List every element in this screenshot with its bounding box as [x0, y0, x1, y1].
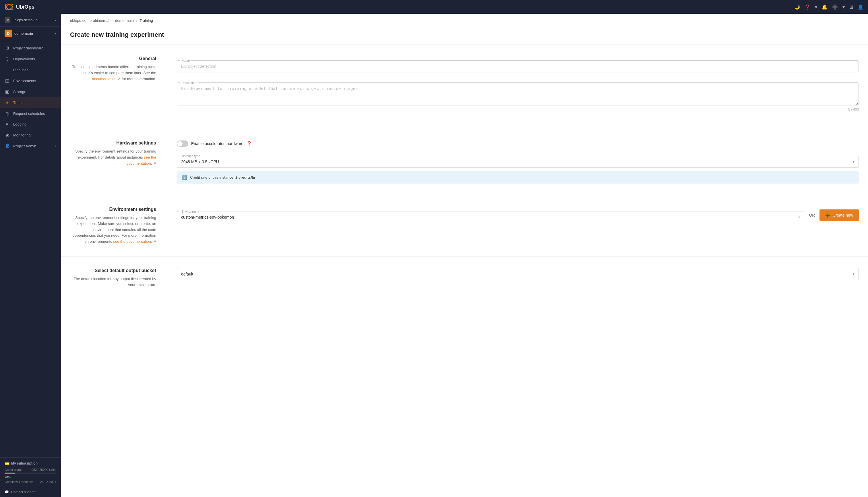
- project-admin-icon: 👤: [4, 143, 10, 148]
- dashboard-icon: ⊞: [4, 45, 10, 51]
- org-chevron: ▾: [55, 32, 56, 35]
- pipelines-icon: ⋯: [4, 67, 10, 72]
- sidebar-item-deployments[interactable]: ⬡ Deployments: [0, 54, 61, 65]
- sidebar-item-environments[interactable]: ◫ Environments: [0, 75, 61, 86]
- environment-select-wrap: Environment custom-metrics-env-pokemon ▾: [177, 207, 804, 223]
- sidebar-item-pipelines[interactable]: ⋯ Pipelines: [0, 65, 61, 75]
- logo-icon: [4, 2, 14, 12]
- credit-usage-value: 4952 / 25000 Units: [30, 468, 56, 471]
- sidebar-item-label: Logging: [13, 122, 56, 126]
- subscription-title: 💳 My subscription: [4, 461, 56, 466]
- subscription-icon: 💳: [4, 461, 10, 466]
- contact-label: Contact support: [11, 490, 35, 494]
- main-content: ubiops-demo-ubinternal › demo-main › Tra…: [61, 14, 868, 497]
- grid-icon[interactable]: ⊞: [849, 4, 853, 10]
- general-title: General: [70, 56, 156, 61]
- contact-support[interactable]: 💬 Contact support: [0, 487, 61, 497]
- or-label: OR: [809, 213, 815, 217]
- bucket-select-wrap: default ▾: [177, 268, 859, 280]
- sidebar-item-storage[interactable]: ▣ Storage: [0, 86, 61, 97]
- project-selector-label: ubiops-demo-ubi...: [13, 18, 53, 22]
- env-select-chevron: ▾: [798, 215, 800, 219]
- bucket-value: default: [181, 272, 193, 276]
- sidebar-item-chevron: ›: [55, 144, 56, 148]
- sidebar-item-label: Project dashboard: [13, 46, 56, 50]
- description-field-group: Description 0 / 400: [177, 78, 859, 112]
- project-selector[interactable]: ⊞ ubiops-demo-ubi... ▾: [0, 14, 61, 27]
- output-bucket-section: Select default output bucket The default…: [61, 257, 868, 300]
- instance-type-select[interactable]: 2048 MB + 0.5 vCPU ▾: [177, 156, 859, 168]
- environment-select[interactable]: custom-metrics-env-pokemon ▾: [177, 211, 804, 223]
- logo: UbiOps: [4, 2, 34, 12]
- help-icon[interactable]: ❓: [805, 4, 810, 10]
- name-input[interactable]: [177, 60, 859, 72]
- toggle-label: Enable accelerated hardware: [191, 141, 244, 146]
- logging-icon: ≡: [4, 122, 10, 127]
- plus-icon[interactable]: ➕: [832, 4, 838, 10]
- help-chevron-icon[interactable]: ▾: [815, 4, 817, 10]
- sidebar-item-monitoring[interactable]: ◉ Monitoring: [0, 130, 61, 141]
- bucket-select-chevron: ▾: [853, 272, 854, 276]
- sidebar: ⊞ ubiops-demo-ubi... ▾ D demo-main ▾ ⊞ P…: [0, 14, 61, 497]
- accelerated-hardware-toggle[interactable]: [177, 141, 188, 147]
- environment-value: custom-metrics-env-pokemon: [181, 215, 234, 219]
- instance-select-chevron: ▾: [853, 160, 854, 164]
- sidebar-nav: ⊞ Project dashboard ⬡ Deployments ⋯ Pipe…: [0, 40, 61, 457]
- credit-info-text: Credit rate of this instance: 2 credits/…: [190, 175, 255, 180]
- breadcrumb-current: Training: [139, 18, 153, 23]
- logo-text: UbiOps: [16, 4, 34, 10]
- sidebar-item-label: Project Admin: [13, 144, 52, 148]
- form-body: General Training experiments bundle diff…: [61, 44, 868, 300]
- user-icon[interactable]: 👤: [858, 4, 864, 10]
- general-section-left: General Training experiments bundle diff…: [70, 56, 167, 117]
- plus-chevron-icon[interactable]: ▾: [842, 4, 845, 10]
- help-circle-icon[interactable]: ❓: [246, 141, 252, 146]
- environments-icon: ◫: [4, 78, 10, 83]
- general-section: General Training experiments bundle diff…: [61, 44, 868, 129]
- bucket-select[interactable]: default ▾: [177, 268, 859, 280]
- org-avatar: D: [4, 30, 12, 37]
- general-desc: Training experiments bundle different tr…: [70, 64, 156, 82]
- org-selector[interactable]: D demo-main ▾: [0, 27, 61, 40]
- breadcrumb-project[interactable]: demo-main: [115, 18, 134, 23]
- contact-icon: 💬: [4, 490, 9, 494]
- create-new-label: Create new: [833, 213, 853, 217]
- toggle-knob: [177, 141, 182, 146]
- name-label: Name: [180, 59, 191, 62]
- create-new-environment-button[interactable]: ➕ Create new: [820, 210, 859, 221]
- sidebar-item-label: Pipelines: [13, 68, 56, 72]
- environment-section: Environment settings Specify the environ…: [61, 195, 868, 257]
- sidebar-item-logging[interactable]: ≡ Logging: [0, 119, 61, 130]
- breadcrumb-org[interactable]: ubiops-demo-ubinternal: [70, 18, 109, 23]
- project-selector-chevron: ▾: [55, 19, 56, 22]
- credit-info-value: 2 credits/hr: [235, 175, 255, 180]
- sidebar-item-label: Monitoring: [13, 133, 56, 137]
- environment-section-left: Environment settings Specify the environ…: [70, 207, 167, 245]
- instance-type-label: Instance type: [180, 154, 201, 158]
- description-textarea[interactable]: [177, 83, 859, 105]
- breadcrumb-sep1: ›: [112, 18, 113, 23]
- hardware-section: Hardware settings Specify the environmen…: [61, 129, 868, 195]
- monitoring-icon: ◉: [4, 132, 10, 138]
- environment-label: Environment: [180, 210, 200, 213]
- sidebar-item-label: Storage: [13, 90, 56, 94]
- sidebar-item-label: Deployments: [13, 57, 56, 61]
- credit-reset: Credits will reset on: 23-03-2024: [4, 480, 56, 483]
- credit-usage-row: Credit usage 4952 / 25000 Units: [4, 468, 56, 471]
- sidebar-item-request-schedules[interactable]: ◷ Request schedules: [0, 108, 61, 119]
- sidebar-item-project-dashboard[interactable]: ⊞ Project dashboard: [0, 43, 61, 54]
- credit-percent: 20%: [4, 475, 56, 479]
- sidebar-item-project-admin[interactable]: 👤 Project Admin ›: [0, 141, 61, 152]
- credit-bar: [4, 472, 56, 474]
- description-label: Description: [180, 81, 198, 84]
- notification-icon[interactable]: 🔔: [822, 4, 827, 10]
- output-bucket-section-left: Select default output bucket The default…: [70, 268, 167, 288]
- deployments-icon: ⬡: [4, 56, 10, 61]
- general-section-right: Name Description 0 / 400: [177, 56, 859, 117]
- sidebar-item-training[interactable]: ◈ Training: [0, 97, 61, 108]
- moon-icon[interactable]: 🌙: [794, 4, 800, 10]
- general-docs-link[interactable]: documentation ↗: [92, 77, 121, 81]
- environment-docs-link[interactable]: see the documentation. ↗: [113, 239, 156, 244]
- environment-section-right: Environment custom-metrics-env-pokemon ▾…: [177, 207, 859, 245]
- info-icon: ℹ️: [181, 175, 187, 180]
